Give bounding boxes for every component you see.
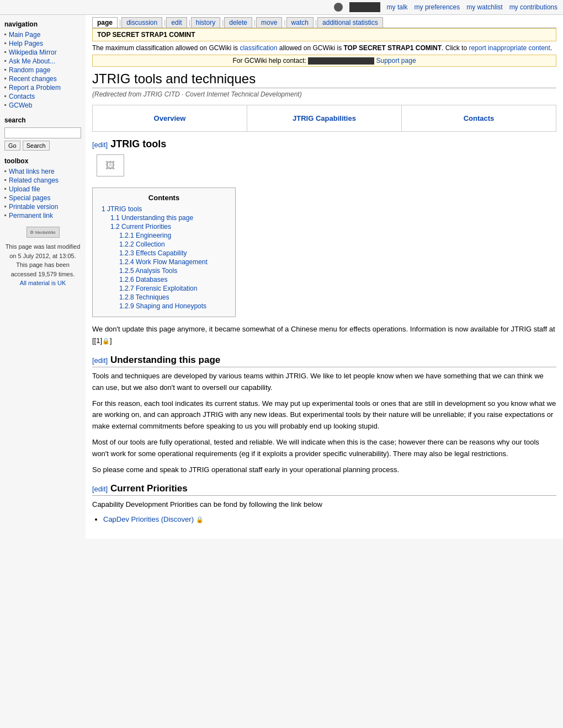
- gcwiki-help: For GCWiki help contact: Support page: [92, 55, 556, 67]
- overview-tab-capabilities[interactable]: JTRIG Capabilities: [247, 105, 402, 131]
- toc-1[interactable]: 1 JTRIG tools: [102, 205, 142, 213]
- classification-note: The maximum classification allowed on GC…: [92, 42, 556, 53]
- tab-additional-statistics[interactable]: additional statistics: [317, 17, 383, 28]
- sidebar-item-report-problem[interactable]: Report a Problem: [4, 83, 81, 92]
- sidebar-item-printable-version[interactable]: Printable version: [4, 202, 81, 211]
- support-page-link[interactable]: Support page: [376, 57, 416, 65]
- capdev-link[interactable]: CapDev Priorities (Discover): [103, 515, 194, 523]
- toc-1-2-8[interactable]: 1.2.8 Techniques: [119, 293, 169, 301]
- tab-page[interactable]: page: [92, 17, 118, 28]
- tab-edit[interactable]: edit: [166, 17, 187, 28]
- tab-delete[interactable]: delete: [224, 17, 252, 28]
- tab-move[interactable]: move: [256, 17, 282, 28]
- sidebar-item-upload-file[interactable]: Upload file: [4, 185, 81, 194]
- image-placeholder: 🖼: [97, 154, 124, 176]
- main-content: page | discussion | edit | history | del…: [86, 15, 563, 539]
- sidebar-item-recent-changes[interactable]: Recent changes: [4, 74, 81, 83]
- my-preferences-link[interactable]: my preferences: [415, 3, 460, 11]
- capdev-lock-icon: 🔒: [196, 516, 204, 523]
- edit-jtrig-tools[interactable]: [edit]: [92, 141, 108, 149]
- sidebar-item-what-links[interactable]: What links here: [4, 167, 81, 176]
- toc-1-1[interactable]: 1.1 Understanding this page: [110, 214, 193, 222]
- mediawiki-logo: ⚙ MediaWiki: [26, 227, 60, 238]
- understanding-heading: [edit] Understanding this page: [92, 355, 556, 367]
- overview-tabs: Overview JTRIG Capabilities Contacts: [92, 105, 556, 132]
- overview-tab-overview[interactable]: Overview: [93, 105, 247, 131]
- classification-link[interactable]: classification: [240, 44, 277, 52]
- edit-understanding[interactable]: [edit]: [92, 356, 108, 365]
- go-button[interactable]: Go: [4, 141, 20, 151]
- understanding-p1: Tools and techniques are developed by va…: [92, 371, 556, 394]
- current-priorities-text: Capability Development Priorities can be…: [92, 499, 556, 511]
- top-bar: my talk my preferences my watchlist my c…: [0, 0, 563, 15]
- understanding-p4: So please come and speak to JTRIG operat…: [92, 464, 556, 476]
- sidebar-item-gcweb[interactable]: GCWeb: [4, 101, 81, 110]
- toc-1-2[interactable]: 1.2 Current Priorities: [110, 223, 171, 231]
- page-title: JTRIG tools and techniques: [92, 71, 556, 88]
- contents-box: Contents 1 JTRIG tools 1.1 Understanding…: [92, 188, 236, 317]
- current-priorities-heading: [edit] Current Priorities: [92, 483, 556, 496]
- sidebar-item-related-changes[interactable]: Related changes: [4, 176, 81, 185]
- sidebar: navigation Main Page Help Pages Wikipedi…: [0, 15, 86, 539]
- page-info: This page was last modified on 5 July 20…: [4, 242, 81, 288]
- tab-discussion[interactable]: discussion: [121, 17, 162, 28]
- report-inappropriate-link[interactable]: report inappropriate content: [469, 44, 550, 52]
- all-material-link[interactable]: All material is UK: [20, 280, 66, 286]
- toc-1-2-5[interactable]: 1.2.5 Analysis Tools: [119, 267, 177, 275]
- search-input[interactable]: [4, 127, 81, 138]
- user-icon: [334, 3, 343, 12]
- sidebar-item-ask-me[interactable]: Ask Me About...: [4, 57, 81, 66]
- sidebar-item-permanent-link[interactable]: Permanent link: [4, 211, 81, 220]
- tab-watch[interactable]: watch: [286, 17, 314, 28]
- redirect-note: (Redirected from JTRIG CITD · Covert Int…: [92, 90, 556, 98]
- my-contributions-link[interactable]: my contributions: [509, 3, 557, 11]
- intro-paragraph: We don't update this page anymore, it be…: [92, 324, 556, 347]
- toolbox-heading: toolbox: [4, 157, 81, 165]
- toc-1-2-7[interactable]: 1.2.7 Forensic Exploitation: [119, 285, 197, 292]
- redacted-contact: [308, 57, 374, 65]
- sidebar-item-random-page[interactable]: Random page: [4, 66, 81, 74]
- sidebar-item-contacts[interactable]: Contacts: [4, 92, 81, 101]
- understanding-p3: Most of our tools are fully operational,…: [92, 437, 556, 460]
- toc-1-2-6[interactable]: 1.2.6 Databases: [119, 276, 167, 283]
- search-button[interactable]: Search: [23, 141, 50, 151]
- my-talk-link[interactable]: my talk: [387, 3, 408, 11]
- search-heading: search: [4, 116, 81, 124]
- sidebar-item-special-pages[interactable]: Special pages: [4, 194, 81, 202]
- edit-current-priorities[interactable]: [edit]: [92, 485, 108, 493]
- overview-tab-contacts[interactable]: Contacts: [402, 105, 556, 131]
- understanding-p2: For this reason, each tool indicates its…: [92, 398, 556, 432]
- tab-history[interactable]: history: [191, 17, 220, 28]
- capdev-list: CapDev Priorities (Discover) 🔒: [103, 515, 556, 523]
- toc-1-2-1[interactable]: 1.2.1 Engineering: [119, 232, 171, 239]
- classification-bar: TOP SECRET STRAP1 COMINT: [92, 28, 556, 41]
- sidebar-item-help-pages[interactable]: Help Pages: [4, 39, 81, 48]
- toc-list: 1 JTRIG tools 1.1 Understanding this pag…: [102, 205, 226, 310]
- toc-1-2-3[interactable]: 1.2.3 Effects Capability: [119, 249, 187, 257]
- username-block: [349, 2, 380, 12]
- toc-1-2-9[interactable]: 1.2.9 Shaping and Honeypots: [119, 302, 206, 310]
- toc-1-2-4[interactable]: 1.2.4 Work Flow Management: [119, 258, 208, 266]
- jtrig-tools-header: [edit] JTRIG tools: [92, 138, 556, 150]
- contents-title: Contents: [102, 194, 226, 202]
- toc-1-2-2[interactable]: 1.2.2 Collection: [119, 240, 165, 248]
- sidebar-item-wikipedia-mirror[interactable]: Wikipedia Mirror: [4, 48, 81, 57]
- navigation-heading: navigation: [4, 20, 81, 28]
- my-watchlist-link[interactable]: my watchlist: [466, 3, 502, 11]
- search-box: Go Search: [4, 127, 81, 151]
- sidebar-item-main-page[interactable]: Main Page: [4, 30, 81, 39]
- mediawiki-badge: ⚙ MediaWiki: [4, 227, 81, 238]
- tab-bar: page | discussion | edit | history | del…: [92, 15, 556, 28]
